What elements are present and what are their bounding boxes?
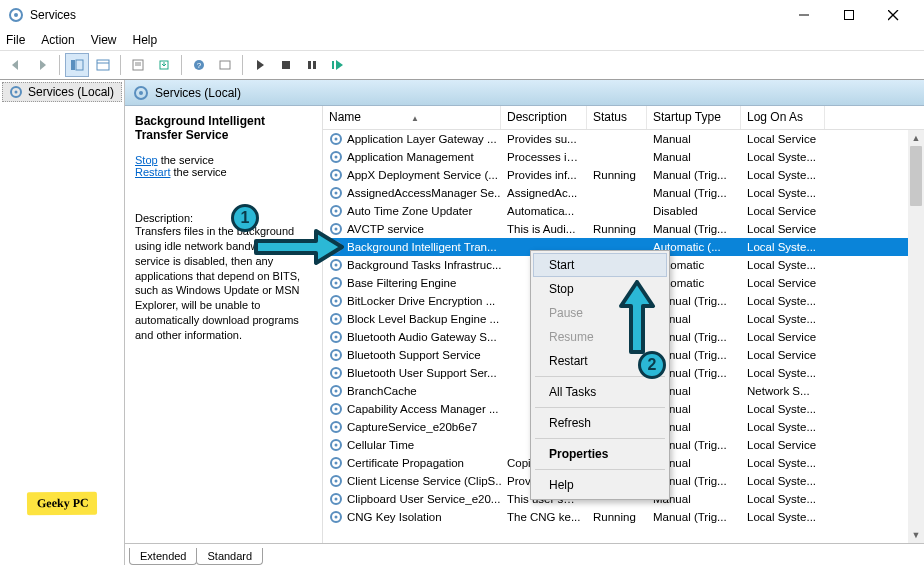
service-name: CaptureService_e20b6e7 <box>347 421 477 433</box>
svg-point-48 <box>335 336 338 339</box>
svg-rect-18 <box>308 61 311 69</box>
menu-view[interactable]: View <box>91 33 117 47</box>
service-logon: Local Syste... <box>741 403 825 415</box>
service-logon: Local Service <box>741 277 825 289</box>
minimize-button[interactable] <box>781 1 826 29</box>
service-name: Auto Time Zone Updater <box>347 205 472 217</box>
svg-rect-8 <box>97 60 109 70</box>
tab-standard[interactable]: Standard <box>196 548 263 565</box>
close-button[interactable] <box>871 1 916 29</box>
svg-point-50 <box>335 354 338 357</box>
annotation-badge-1: 1 <box>231 204 259 232</box>
table-row[interactable]: AVCTP serviceThis is Audi...RunningManua… <box>323 220 924 238</box>
service-name: AVCTP service <box>347 223 424 235</box>
help-button[interactable]: ? <box>187 53 211 77</box>
service-logon: Local Syste... <box>741 511 825 523</box>
table-row[interactable]: AppX Deployment Service (...Provides inf… <box>323 166 924 184</box>
service-name: Bluetooth Audio Gateway S... <box>347 331 497 343</box>
menu-help[interactable]: Help <box>133 33 158 47</box>
gear-icon <box>329 384 343 398</box>
table-row[interactable]: AssignedAccessManager Se...AssignedAc...… <box>323 184 924 202</box>
menu-file[interactable]: File <box>6 33 25 47</box>
ctx-properties[interactable]: Properties <box>533 442 667 466</box>
col-startup[interactable]: Startup Type <box>647 106 741 129</box>
service-startup: Disabled <box>647 205 741 217</box>
export-button[interactable] <box>152 53 176 77</box>
scroll-thumb[interactable] <box>910 146 922 206</box>
tree-services-local[interactable]: Services (Local) <box>2 82 122 102</box>
gear-icon <box>329 150 343 164</box>
service-logon: Local Syste... <box>741 295 825 307</box>
gear-icon <box>329 330 343 344</box>
service-name: AssignedAccessManager Se... <box>347 187 501 199</box>
service-logon: Local Syste... <box>741 187 825 199</box>
scroll-up-icon[interactable]: ▲ <box>908 130 924 146</box>
service-name: Application Management <box>347 151 474 163</box>
col-logon[interactable]: Log On As <box>741 106 825 129</box>
service-name: CNG Key Isolation <box>347 511 442 523</box>
service-name: Cellular Time <box>347 439 414 451</box>
svg-point-28 <box>335 156 338 159</box>
svg-point-1 <box>14 13 18 17</box>
svg-point-46 <box>335 318 338 321</box>
service-status: Running <box>587 169 647 181</box>
stop-link[interactable]: Stop <box>135 154 158 166</box>
view-button[interactable] <box>91 53 115 77</box>
svg-point-22 <box>15 91 18 94</box>
gear-icon <box>329 366 343 380</box>
restart-svc-button[interactable] <box>326 53 350 77</box>
gear-icon <box>329 510 343 524</box>
menu-action[interactable]: Action <box>41 33 74 47</box>
ctx-help[interactable]: Help <box>533 473 667 497</box>
vertical-scrollbar[interactable]: ▲ ▼ <box>908 130 924 543</box>
svg-point-44 <box>335 300 338 303</box>
svg-point-42 <box>335 282 338 285</box>
svg-rect-6 <box>71 60 75 70</box>
show-tree-button[interactable] <box>65 53 89 77</box>
service-logon: Local Syste... <box>741 259 825 271</box>
service-logon: Local Syste... <box>741 475 825 487</box>
svg-text:?: ? <box>197 61 202 70</box>
maximize-button[interactable] <box>826 1 871 29</box>
svg-point-54 <box>335 390 338 393</box>
service-startup: Manual (Trig... <box>647 169 741 181</box>
service-logon: Local Syste... <box>741 367 825 379</box>
scroll-down-icon[interactable]: ▼ <box>908 527 924 543</box>
pane-header: Services (Local) <box>125 80 924 106</box>
ctx-refresh[interactable]: Refresh <box>533 411 667 435</box>
table-row[interactable]: Auto Time Zone UpdaterAutomatica...Disab… <box>323 202 924 220</box>
col-status[interactable]: Status <box>587 106 647 129</box>
service-logon: Local Syste... <box>741 169 825 181</box>
svg-point-60 <box>335 444 338 447</box>
table-row[interactable]: CNG Key IsolationThe CNG ke...RunningMan… <box>323 508 924 526</box>
col-name[interactable]: Name▲ <box>323 106 501 129</box>
service-startup: Manual <box>647 133 741 145</box>
svg-point-52 <box>335 372 338 375</box>
service-name: Capability Access Manager ... <box>347 403 499 415</box>
gear-icon <box>329 294 343 308</box>
ctx-all-tasks[interactable]: All Tasks <box>533 380 667 404</box>
service-status: Running <box>587 511 647 523</box>
svg-point-32 <box>335 192 338 195</box>
col-description[interactable]: Description <box>501 106 587 129</box>
table-row[interactable]: Application Layer Gateway ...Provides su… <box>323 130 924 148</box>
pause-svc-button[interactable] <box>300 53 324 77</box>
service-name: Base Filtering Engine <box>347 277 456 289</box>
ctx-start[interactable]: Start <box>533 253 667 277</box>
start-svc-button[interactable] <box>248 53 272 77</box>
restart-link[interactable]: Restart <box>135 166 170 178</box>
help2-button[interactable] <box>213 53 237 77</box>
gear-icon <box>329 204 343 218</box>
forward-button[interactable] <box>30 53 54 77</box>
stop-svc-button[interactable] <box>274 53 298 77</box>
tab-extended[interactable]: Extended <box>129 548 197 565</box>
service-name: Application Layer Gateway ... <box>347 133 497 145</box>
service-name: Background Tasks Infrastruc... <box>347 259 501 271</box>
properties-button[interactable] <box>126 53 150 77</box>
service-title: Background Intelligent Transfer Service <box>135 114 312 142</box>
svg-point-64 <box>335 480 338 483</box>
back-button[interactable] <box>4 53 28 77</box>
service-logon: Network S... <box>741 385 825 397</box>
table-row[interactable]: Application ManagementProcesses in...Man… <box>323 148 924 166</box>
svg-rect-19 <box>313 61 316 69</box>
